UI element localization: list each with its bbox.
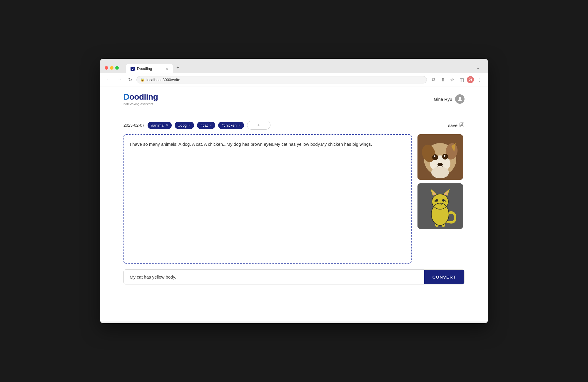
tag-chip-chicken[interactable]: #chicken × (218, 122, 244, 129)
svg-point-24 (442, 199, 445, 202)
username-label: Gina Ryu (434, 97, 452, 102)
cat-image-card (417, 183, 463, 229)
main-area: 2023-02-07 #animal × #dog × #cat × (100, 112, 488, 293)
tag-cat-close[interactable]: × (210, 123, 212, 127)
dog-image (417, 134, 463, 180)
fullscreen-button[interactable] (115, 66, 119, 70)
svg-point-0 (459, 97, 461, 99)
browser-window: D Doodling × + ⌄ ← → ↻ 🔒 localhost:3000/… (100, 59, 488, 323)
images-panel (417, 134, 465, 229)
svg-line-27 (445, 201, 447, 201)
svg-rect-3 (461, 125, 463, 127)
screenshot-icon[interactable]: ⧉ (429, 76, 437, 84)
minimize-button[interactable] (110, 66, 113, 70)
svg-point-11 (434, 155, 435, 157)
app-logo: Doodling note-taking assistant (123, 92, 158, 106)
tags-left: 2023-02-07 #animal × #dog × #cat × (123, 121, 270, 130)
save-icon (459, 122, 465, 128)
svg-line-25 (434, 201, 436, 201)
svg-point-10 (442, 154, 448, 160)
logo-subtitle: note-taking assistant (123, 102, 158, 106)
tab-bar: D Doodling × + (126, 62, 183, 73)
profile-icon[interactable]: G (467, 76, 474, 83)
browser-chrome: D Doodling × + ⌄ ← → ↻ 🔒 localhost:3000/… (100, 59, 488, 86)
svg-point-13 (437, 163, 443, 166)
svg-point-12 (444, 155, 445, 157)
text-editor[interactable]: I have so many animals: A dog, A cat, A … (123, 134, 412, 264)
convert-button[interactable]: CONVERT (424, 270, 464, 284)
tab-title: Doodling (137, 66, 163, 71)
tag-animal-label: #animal (151, 123, 165, 128)
bookmark-icon[interactable]: ☆ (448, 76, 456, 84)
tag-chicken-close[interactable]: × (238, 123, 240, 127)
tag-animal-close[interactable]: × (166, 123, 168, 127)
svg-point-9 (432, 154, 438, 160)
tab-favicon-icon: D (131, 67, 135, 71)
svg-rect-2 (461, 123, 463, 124)
user-area: Gina Ryu (434, 94, 465, 104)
page-content: Doodling note-taking assistant Gina Ryu (100, 86, 488, 321)
editor-container: I have so many animals: A dog, A cat, A … (123, 134, 465, 264)
tags-row: 2023-02-07 #animal × #dog × #cat × (123, 121, 465, 130)
tab-dropdown-icon[interactable]: ⌄ (472, 63, 483, 73)
toolbar-actions: ⧉ ⬆ ☆ ◫ G ⋮ (429, 76, 483, 84)
convert-bar: CONVERT (123, 269, 465, 284)
sidebar-icon[interactable]: ◫ (457, 76, 466, 84)
dog-image-card (417, 134, 463, 180)
address-bar[interactable]: 🔒 localhost:3000/write (136, 76, 427, 83)
browser-toolbar: ← → ↻ 🔒 localhost:3000/write ⧉ ⬆ ☆ ◫ G ⋮ (100, 73, 488, 86)
tag-dog-close[interactable]: × (188, 123, 191, 127)
editor-content: I have so many animals: A dog, A cat, A … (130, 142, 372, 147)
date-label: 2023-02-07 (123, 123, 145, 128)
refresh-button[interactable]: ↻ (126, 76, 134, 84)
save-button[interactable]: save (448, 122, 465, 128)
forward-button[interactable]: → (115, 76, 123, 84)
svg-point-23 (435, 199, 438, 202)
svg-line-26 (434, 202, 436, 202)
tag-chicken-label: #chicken (222, 123, 237, 128)
tag-chip-dog[interactable]: #dog × (175, 122, 194, 129)
lock-icon: 🔒 (140, 78, 145, 82)
logo-d: D (123, 92, 129, 101)
tag-cat-label: #cat (201, 123, 208, 128)
convert-input[interactable] (124, 270, 424, 284)
tag-chip-cat[interactable]: #cat × (197, 122, 215, 129)
back-button[interactable]: ← (105, 76, 113, 84)
add-tag-button[interactable]: + (247, 121, 270, 130)
browser-tab[interactable]: D Doodling × (126, 64, 173, 73)
tag-chip-animal[interactable]: #animal × (148, 122, 172, 129)
tag-dog-label: #dog (178, 123, 187, 128)
svg-rect-1 (460, 123, 464, 127)
browser-titlebar: D Doodling × + ⌄ (100, 59, 488, 73)
address-text: localhost:3000/write (146, 78, 180, 82)
svg-point-14 (431, 167, 449, 178)
logo-rest: oodling (129, 92, 158, 101)
traffic-lights (105, 66, 119, 70)
logo-text: Doodling (123, 92, 158, 102)
close-button[interactable] (105, 66, 108, 70)
share-icon[interactable]: ⬆ (439, 76, 447, 84)
new-tab-button[interactable]: + (173, 62, 183, 73)
cat-image (417, 183, 463, 229)
user-avatar[interactable] (455, 94, 465, 104)
save-label: save (448, 123, 457, 128)
menu-icon[interactable]: ⋮ (475, 76, 483, 84)
svg-line-28 (445, 202, 447, 202)
tab-close-icon[interactable]: × (166, 67, 168, 71)
app-header: Doodling note-taking assistant Gina Ryu (100, 86, 488, 112)
